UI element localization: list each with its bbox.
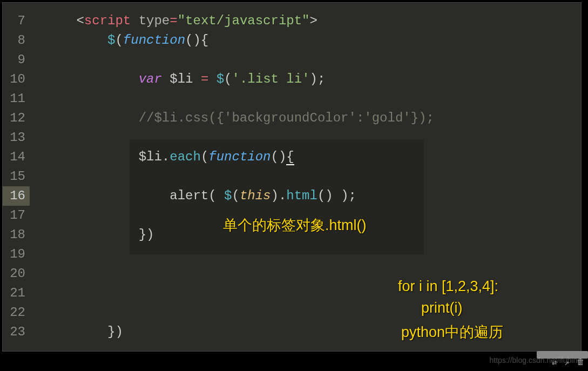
- code-editor[interactable]: 7 8 9 10 11 12 13 14 15 16 17 18 19 20 2…: [2, 2, 582, 352]
- code-line[interactable]: //$li.css({'backgroundColor':'gold'});: [30, 109, 581, 128]
- line-number: 23: [3, 322, 30, 342]
- annotation-html-note: 单个的标签对象.html(): [223, 215, 367, 235]
- code-line[interactable]: [30, 245, 581, 264]
- line-number: 20: [3, 264, 30, 284]
- line-number: 12: [3, 109, 30, 128]
- code-line[interactable]: $(function(){: [30, 31, 581, 50]
- share-icon[interactable]: ↗: [564, 357, 569, 368]
- bottom-toolbar: ⇄ ↗ 🗑: [552, 357, 585, 368]
- line-number-gutter: 7 8 9 10 11 12 13 14 15 16 17 18 19 20 2…: [3, 3, 30, 351]
- code-line[interactable]: [30, 303, 581, 322]
- delete-icon[interactable]: 🗑: [577, 357, 585, 368]
- line-number: 10: [3, 70, 30, 89]
- line-number: 7: [3, 11, 30, 31]
- annotation-python-print: print(i): [421, 300, 463, 316]
- code-line[interactable]: var $li = $('.list li');: [30, 70, 581, 89]
- code-line[interactable]: [30, 128, 581, 147]
- code-line[interactable]: [30, 89, 581, 109]
- line-number: 17: [3, 206, 30, 225]
- line-number: 22: [3, 303, 30, 322]
- line-number: 15: [3, 167, 30, 186]
- code-line[interactable]: <script type="text/javascript">: [30, 11, 581, 31]
- line-number: 11: [3, 89, 30, 109]
- shuffle-icon[interactable]: ⇄: [552, 357, 557, 368]
- code-line[interactable]: alert( $(this).html() );: [30, 186, 581, 206]
- line-number: 21: [3, 284, 30, 303]
- code-content-area[interactable]: <script type="text/javascript"> $(functi…: [30, 3, 581, 351]
- annotation-python-title: python中的遍历: [401, 322, 503, 342]
- line-number: 14: [3, 147, 30, 167]
- line-number: 19: [3, 245, 30, 264]
- code-line[interactable]: [30, 167, 581, 186]
- code-line[interactable]: $li.each(function(){: [30, 147, 581, 167]
- code-line[interactable]: [30, 50, 581, 70]
- line-number: 18: [3, 225, 30, 245]
- line-number: 13: [3, 128, 30, 147]
- line-number: 9: [3, 50, 30, 70]
- annotation-python-for: for i in [1,2,3,4]:: [398, 278, 498, 295]
- line-number: 8: [3, 31, 30, 50]
- line-number-current: 16: [3, 186, 30, 206]
